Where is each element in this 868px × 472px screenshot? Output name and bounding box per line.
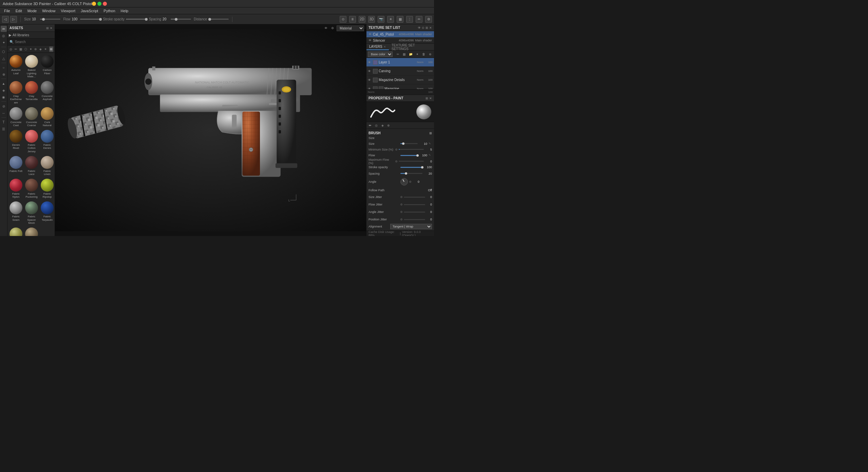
menu-file[interactable]: File — [1, 9, 13, 13]
min-size-dot[interactable] — [395, 149, 397, 151]
distance-slider[interactable] — [208, 19, 229, 20]
material-item-3[interactable]: Clay Earthenware — [9, 80, 23, 105]
grid-view-btn[interactable]: ⊞ — [49, 46, 54, 52]
spacing-slider[interactable] — [171, 19, 191, 20]
spacing-param-value[interactable]: 20 — [424, 172, 432, 175]
flow-edit-btn[interactable]: ✎ — [429, 154, 432, 157]
material-item-18[interactable]: Fabric Seam — [9, 201, 23, 225]
material-item-15[interactable]: Fabric Nylon — [9, 178, 23, 199]
flow-jitter-dot[interactable] — [400, 203, 402, 205]
material-item-12[interactable]: Fabric Felt — [9, 155, 23, 177]
tex-eye-pistol[interactable]: 👁 — [369, 33, 372, 36]
max-flow-slider[interactable] — [399, 161, 424, 162]
props-close-btn[interactable]: ✕ — [429, 97, 432, 100]
props-dock-btn[interactable]: ⊞ — [426, 97, 428, 100]
tex-set-eye-btn[interactable]: 👁 — [418, 26, 421, 29]
settings-btn[interactable]: ⚙ — [425, 16, 432, 23]
env-btn[interactable]: ☀ — [387, 16, 394, 23]
angle-jitter-dot[interactable] — [400, 211, 402, 213]
size-edit-btn[interactable]: ✎ — [429, 142, 432, 145]
layer-vis-0[interactable]: 👁 — [368, 61, 372, 64]
tex-eye-silencer[interactable]: 👁 — [369, 39, 372, 42]
forward-btn[interactable]: ▷ — [10, 16, 17, 23]
material-item-5[interactable]: Concrete Asphalt — [40, 80, 54, 105]
layer-mask-btn[interactable]: ☰ — [1, 126, 7, 132]
stroke-opacity-slider[interactable] — [126, 19, 146, 20]
material-item-21[interactable]: Generic Mat 1 — [9, 227, 23, 236]
menu-mode[interactable]: Mode — [25, 9, 40, 13]
layer-vis-1[interactable]: 👁 — [368, 70, 372, 73]
material-item-20[interactable]: Fabric Tarpaulin — [40, 201, 54, 225]
layer-add-fill-btn[interactable]: ▦ — [402, 52, 407, 57]
flow-slider[interactable] — [80, 19, 100, 20]
spacing-value[interactable]: 20 — [163, 17, 169, 21]
position-jitter-slider[interactable] — [404, 219, 425, 220]
smudge-btn[interactable]: ○ — [1, 64, 7, 71]
bake-btn[interactable]: ◈ — [1, 87, 7, 93]
angle-jitter-slider[interactable] — [404, 212, 425, 213]
layer-add-effect-btn[interactable]: ✦ — [415, 52, 420, 57]
minimize-btn[interactable] — [92, 2, 96, 6]
menu-javascript[interactable]: JavaScript — [78, 9, 101, 13]
display-2d-btn[interactable]: 2D — [359, 16, 365, 23]
flow-jitter-slider[interactable] — [404, 204, 425, 205]
assets-search[interactable]: 🔍 — [7, 39, 55, 45]
maximize-btn[interactable] — [97, 2, 101, 6]
size-param-value[interactable]: 10 — [419, 142, 427, 145]
particle-filter-btn[interactable]: ✦ — [29, 46, 33, 52]
brush-clone-icon[interactable]: ⊕ — [386, 123, 391, 128]
geometry-fill-btn[interactable]: ▲ — [1, 80, 7, 86]
layer-row-1[interactable]: 👁CarvingNorm100 — [366, 67, 434, 76]
menu-window[interactable]: Window — [39, 9, 58, 13]
brush-filter-btn[interactable]: ✏ — [14, 46, 18, 52]
stroke-opacity-param-value[interactable]: 100 — [424, 165, 432, 169]
camera-btn[interactable]: 📷 — [378, 16, 384, 23]
color-picker-btn[interactable]: ◉ — [1, 94, 7, 100]
material-item-6[interactable]: Concrete Cast — [9, 106, 23, 128]
canvas-eye-btn[interactable]: 👁 — [323, 25, 328, 31]
size-value[interactable]: 10 — [32, 17, 39, 21]
material-item-7[interactable]: Concrete Coarse — [24, 106, 39, 128]
material-item-0[interactable]: Autumn Leaf — [9, 54, 23, 79]
layer-opacity-1[interactable]: 100 — [424, 70, 433, 73]
max-flow-dot[interactable] — [395, 160, 397, 162]
material-item-9[interactable]: Denim Rivet — [9, 129, 23, 154]
env-filter-btn[interactable]: ☀ — [43, 46, 48, 52]
min-size-slider[interactable] — [399, 149, 424, 150]
menu-edit[interactable]: Edit — [13, 9, 25, 13]
size-jitter-slider[interactable] — [404, 197, 425, 198]
canvas-settings-btn[interactable]: ⚙ — [330, 25, 335, 31]
texture-filter-btn[interactable]: ▦ — [19, 46, 23, 52]
layer-opacity-2[interactable]: 100 — [424, 78, 433, 81]
shader-filter-btn[interactable]: ◈ — [38, 46, 43, 52]
brush-section-expand[interactable]: ⊞ — [429, 132, 432, 135]
material-item-13[interactable]: Fabric Lace — [24, 155, 39, 177]
material-item-8[interactable]: Cork Natural — [40, 106, 54, 128]
size-param-slider[interactable] — [400, 143, 418, 144]
flow-param-slider[interactable] — [400, 155, 418, 156]
material-item-2[interactable]: Carbon Fiber — [40, 54, 54, 79]
back-btn[interactable]: ◁ — [2, 16, 9, 23]
position-jitter-dot[interactable] — [400, 218, 402, 220]
tex-set-eye2-btn[interactable]: ⊙ — [422, 26, 424, 29]
layer-opacity-0[interactable]: 100 — [424, 61, 433, 64]
brush-paint-icon[interactable]: ✏ — [368, 123, 373, 128]
size-slider[interactable] — [40, 19, 60, 20]
assets-dock-btn[interactable]: ⊞ — [46, 26, 49, 30]
text-btn[interactable]: T — [1, 119, 7, 125]
base-color-select[interactable]: Base color — [368, 52, 393, 57]
close-btn[interactable] — [103, 2, 107, 6]
display-3d-btn[interactable]: 3D — [368, 16, 375, 23]
select-tool-btn[interactable]: ◎ — [1, 33, 7, 39]
material-item-4[interactable]: Clay Terracotta — [24, 80, 39, 105]
material-item-10[interactable]: Fabric Cotton Jersey — [24, 129, 39, 154]
alignment-select[interactable]: Tangent | Wrap — [390, 224, 432, 229]
paint-tool-btn[interactable]: ✏ — [1, 26, 7, 32]
assets-close-btn[interactable]: ✕ — [50, 26, 53, 30]
menu-python[interactable]: Python — [101, 9, 118, 13]
canvas-background[interactable]: 👁 ⚙ Material Base Color Roughness — [55, 24, 366, 236]
layer-add-paint-btn[interactable]: ✏ — [395, 52, 400, 57]
material-item-14[interactable]: Fabric Linen — [40, 155, 54, 177]
material-item-1[interactable]: Baked Lighting Mate... — [24, 54, 39, 79]
polygon-btn[interactable]: △ — [1, 55, 7, 61]
